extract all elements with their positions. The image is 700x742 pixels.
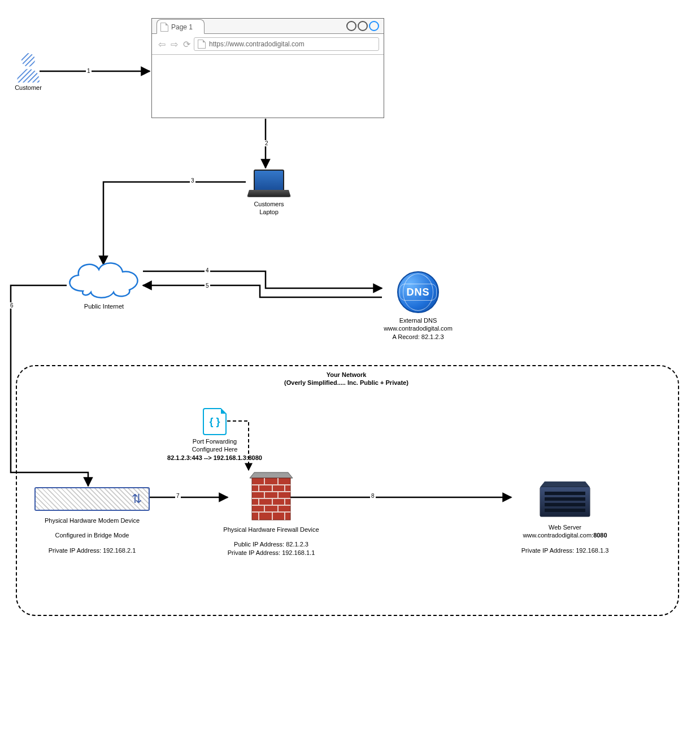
portfwd-line2: Configured Here: [158, 445, 271, 453]
window-control-dot: [358, 21, 368, 31]
svg-rect-30: [545, 509, 585, 512]
modem-title: Physical Hardware Modem Device: [33, 517, 151, 524]
portfwd-rule: 82.1.2.3:443 --> 192.168.1.3:8080: [158, 454, 271, 462]
window-control-dot: [369, 21, 379, 31]
svg-point-1: [21, 53, 35, 67]
modem-ip: Private IP Address: 192.168.2.1: [33, 546, 151, 554]
dns-record: A Record: 82.1.2.3: [373, 333, 463, 341]
browser-toolbar: ⇦ ⇨ ⟳ https://www.contradodigital.com: [152, 34, 384, 55]
config-file-icon: { }: [203, 408, 227, 435]
window-controls: [346, 21, 379, 31]
modem-node: Physical Hardware Modem Device Configure…: [33, 487, 151, 554]
address-bar[interactable]: https://www.contradodigital.com: [194, 37, 379, 51]
forward-button[interactable]: ⇨: [169, 39, 179, 49]
window-control-dot: [346, 21, 356, 31]
firewall-node: Physical Hardware Firewall Device Public…: [215, 471, 328, 557]
page-icon: [160, 23, 168, 32]
svg-rect-26: [540, 487, 590, 517]
network-subtitle: (Overly Simplified..... Inc. Public + Pr…: [16, 379, 677, 387]
server-port: 8080: [593, 532, 607, 539]
dns-domain: www.contradodigital.com: [373, 324, 463, 332]
laptop-icon: [249, 170, 289, 198]
code-glyph: { }: [209, 416, 220, 428]
dns-node: DNS External DNS www.contradodigital.com…: [373, 271, 463, 341]
dns-icon: DNS: [397, 271, 439, 313]
edge-label-4: 4: [205, 267, 210, 274]
network-title-block: Your Network (Overly Simplified..... Inc…: [16, 371, 677, 387]
server-host: www.contradodigital.com:: [523, 532, 593, 539]
server-icon: [537, 479, 593, 520]
diagram-canvas: 1 2 3 4 5 6 7 8 Customer Page 1 ⇦ ⇨: [0, 0, 700, 742]
svg-marker-2: [250, 472, 293, 478]
server-node: Web Server www.contradodigital.com:8080 …: [508, 479, 621, 554]
svg-rect-27: [545, 492, 585, 495]
address-url: https://www.contradodigital.com: [209, 40, 305, 48]
svg-rect-29: [545, 503, 585, 506]
edge-label-2: 2: [264, 140, 269, 146]
browser-tabbar: Page 1: [152, 19, 384, 34]
server-ip: Private IP Address: 192.168.1.3: [508, 546, 621, 554]
portfwd-line1: Port Forwarding: [158, 437, 271, 445]
server-title: Web Server: [508, 523, 621, 531]
back-button[interactable]: ⇦: [156, 39, 167, 49]
customer-label: Customer: [11, 84, 45, 92]
customer-node: Customer: [11, 52, 45, 92]
reload-button[interactable]: ⟳: [181, 39, 192, 49]
browser-tab-label: Page 1: [171, 23, 193, 31]
network-title: Your Network: [16, 371, 677, 379]
cloud-node: Public Internet: [59, 257, 149, 310]
laptop-label: Customers Laptop: [246, 200, 292, 216]
server-host-line: www.contradodigital.com:8080: [508, 531, 621, 539]
firewall-public-ip: Public IP Address: 82.1.2.3: [215, 540, 328, 548]
modem-mode: Configured in Bridge Mode: [33, 531, 151, 539]
firewall-private-ip: Private IP Address: 192.168.1.1: [215, 549, 328, 557]
svg-rect-28: [545, 497, 585, 501]
cloud-icon: [62, 257, 146, 301]
laptop-node: Customers Laptop: [246, 170, 292, 216]
edge-label-5: 5: [205, 283, 210, 289]
browser-window: Page 1 ⇦ ⇨ ⟳ https://www.contradodigital…: [151, 18, 384, 118]
edge-label-3: 3: [190, 177, 195, 184]
cloud-label: Public Internet: [59, 302, 149, 310]
dns-title: External DNS: [373, 316, 463, 324]
edge-label-1: 1: [86, 68, 92, 74]
port-forwarding-node: { } Port Forwarding Configured Here 82.1…: [158, 408, 271, 462]
page-icon: [198, 40, 206, 49]
firewall-title: Physical Hardware Firewall Device: [215, 526, 328, 533]
dns-badge: DNS: [406, 287, 429, 298]
edge-label-6: 6: [9, 302, 15, 309]
firewall-icon: [247, 471, 295, 522]
browser-tab[interactable]: Page 1: [156, 19, 205, 34]
svg-marker-24: [540, 481, 590, 487]
user-icon: [15, 52, 42, 83]
modem-icon: [34, 487, 150, 511]
